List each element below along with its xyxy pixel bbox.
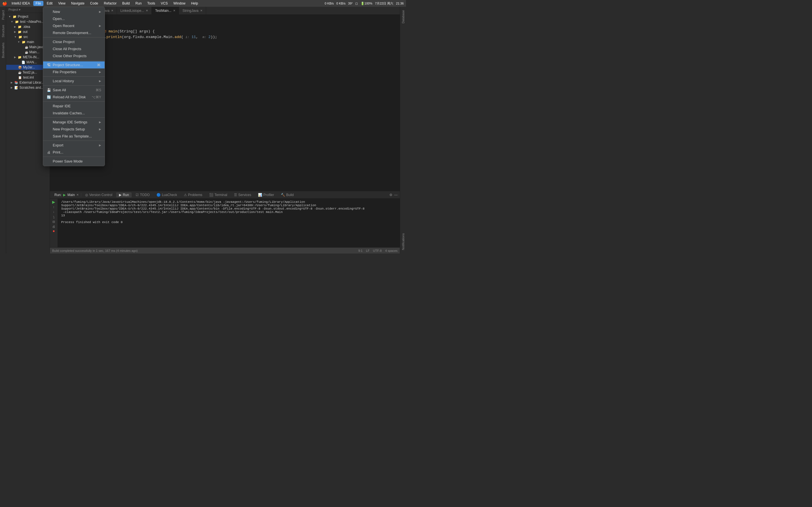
menubar-code[interactable]: Code [88, 1, 101, 6]
filter-icon[interactable]: ⊟ [52, 220, 55, 224]
menu-item-repair-ide[interactable]: Repair IDE [43, 103, 105, 110]
project-structure-icon: 🏗 [47, 63, 51, 67]
tab-close-icon[interactable]: ✕ [111, 9, 113, 12]
menu-item-file-properties[interactable]: File Properties ▶ [43, 68, 105, 75]
problems-icon: ⚠ [184, 193, 187, 197]
menubar-view[interactable]: View [56, 1, 68, 6]
menu-item-open-recent[interactable]: Open Recent ▶ [43, 22, 105, 29]
menu-item-close-other-projects[interactable]: Close Other Projects [43, 52, 105, 59]
minimize-panel-icon[interactable]: — [394, 193, 398, 197]
project-tab-vertical[interactable]: Project [1, 8, 5, 22]
menu-item-export[interactable]: Export ▶ [43, 142, 105, 149]
tree-item-label: External Librar... [19, 80, 44, 84]
encoding[interactable]: UTF-8 [373, 249, 382, 252]
folder-icon: 📝 [14, 86, 18, 90]
menubar-tools[interactable]: Tools [145, 1, 157, 6]
tab-run[interactable]: ▶ Run [116, 192, 132, 198]
menu-separator [43, 117, 105, 118]
tab-close-icon[interactable]: ✕ [173, 9, 175, 12]
file-menu-dropdown: New ▶ Open... Open Recent ▶ Remote Devel… [43, 7, 105, 166]
notifications-tab-vertical[interactable]: Notifications [401, 231, 405, 252]
run-button[interactable]: ▶ [52, 200, 55, 204]
tab-terminal[interactable]: ⬛ Terminal [206, 192, 230, 198]
stop-icon[interactable]: ■ [53, 229, 55, 233]
settings-icon[interactable]: ⚙ [389, 193, 393, 197]
line-separator[interactable]: LF [366, 249, 370, 252]
output-line: 13 [61, 214, 396, 217]
menubar-file[interactable]: File [33, 1, 43, 6]
menubar-edit[interactable]: Edit [45, 1, 55, 6]
menu-item-new-projects-setup[interactable]: New Projects Setup ▶ [43, 126, 105, 133]
menu-item-save-all[interactable]: 💾 Save All ⌘S [43, 87, 105, 94]
tab-linkedlist[interactable]: LinkedListope... ✕ [117, 7, 152, 15]
shortcut-label: ⌘; [97, 63, 101, 67]
wrap-icon[interactable]: ⤵ [53, 216, 55, 219]
menubar-refactor[interactable]: Refactor [101, 1, 119, 6]
tab-services[interactable]: ☰ Services [231, 192, 254, 198]
menu-item-local-history[interactable]: Local History ▶ [43, 77, 105, 84]
menu-item-new[interactable]: New ▶ [43, 8, 105, 15]
menu-item-close-all-projects[interactable]: Close All Projects [43, 45, 105, 52]
submenu-arrow-icon: ▶ [99, 10, 101, 13]
shortcut-label: ⌘S [96, 88, 101, 92]
menu-item-close-project[interactable]: Close Project [43, 38, 105, 45]
bookmarks-tab-vertical[interactable]: Bookmarks [1, 40, 5, 60]
menubar-run[interactable]: Run [133, 1, 144, 6]
menu-item-reload[interactable]: 🔄 Reload All from Disk ⌥⌘Y [43, 94, 105, 101]
folder-icon: 📁 [18, 30, 22, 34]
menu-item-project-structure[interactable]: 🏗 Project Structure... ⌘; [43, 61, 105, 68]
menu-item-print[interactable]: 🖨 Print... [43, 149, 105, 156]
menu-item-manage-ide[interactable]: Manage IDE Settings ▶ [43, 119, 105, 126]
menubar-help[interactable]: Help [189, 1, 200, 6]
tree-item-label: MAN... [27, 60, 37, 64]
tab-problems[interactable]: ⚠ Problems [181, 192, 205, 198]
menu-item-label: Invalidate Caches... [53, 111, 101, 115]
menu-item-open[interactable]: Open... [43, 15, 105, 22]
tree-item-label: Test2.ja... [22, 70, 37, 74]
database-tab-vertical[interactable]: Database [401, 8, 405, 25]
indent-setting[interactable]: 4 spaces [385, 249, 398, 252]
tab-profiler[interactable]: 📊 Profiler [255, 192, 277, 198]
tab-close-icon[interactable]: ✕ [200, 9, 202, 12]
menubar-vcs[interactable]: VCS [158, 1, 170, 6]
menu-item-invalidate-caches[interactable]: Invalidate Caches... [43, 110, 105, 117]
scroll-down-icon[interactable]: ↓ [53, 210, 55, 213]
tree-item-label: test ~/IdeaPro... [20, 20, 44, 24]
menubar-intellij[interactable]: IntelliJ IDEA [9, 1, 32, 6]
cursor-position[interactable]: 9:1 [358, 249, 363, 252]
folder-icon: 📁 [18, 25, 22, 29]
output-line: Support/JetBrains/Toolbox/apps/IDEA-U/ch… [61, 207, 396, 210]
tab-label: Services [238, 193, 251, 197]
tab-version-control[interactable]: ◎ Version Control [82, 192, 115, 198]
tab-luacheck[interactable]: 🔵 LuaCheck [154, 192, 180, 198]
submenu-arrow-icon: ▶ [99, 70, 101, 73]
structure-tab-vertical[interactable]: Structure [1, 22, 5, 40]
menubar-window[interactable]: Window [171, 1, 188, 6]
menu-item-power-save[interactable]: Power Save Mode [43, 158, 105, 165]
scroll-up-icon[interactable]: ↑ [53, 205, 55, 209]
output-line: -classpath /Users/fuming/IdeaProjects/te… [61, 210, 396, 214]
build-icon: 🔨 [281, 193, 285, 197]
tab-label: Build [286, 193, 294, 197]
tab-testmain[interactable]: TestMain... ✕ [152, 7, 179, 15]
menu-item-label: New [53, 10, 97, 14]
tree-item-label: out [23, 30, 28, 34]
menu-item-remote-dev[interactable]: Remote Development... [43, 29, 105, 36]
tab-build[interactable]: 🔨 Build [278, 192, 297, 198]
menubar-navigate[interactable]: Navigate [69, 1, 87, 6]
folder-icon: 📚 [14, 81, 18, 84]
tab-label: Version Control [89, 193, 112, 197]
folder-icon: 📁 [13, 15, 17, 18]
menu-item-save-template[interactable]: Save File as Template... [43, 133, 105, 140]
print-icon[interactable]: 🖨 [52, 225, 55, 228]
menubar-build[interactable]: Build [120, 1, 132, 6]
tab-todo[interactable]: ☑ TODO [133, 192, 152, 198]
tree-item-label: main [27, 40, 34, 44]
tab-close-icon[interactable]: ✕ [146, 9, 148, 12]
run-name: ▶ [63, 193, 66, 197]
tab-string[interactable]: StringJava ✕ [179, 7, 206, 15]
run-close[interactable]: ✕ [77, 193, 79, 196]
apple-menu[interactable]: 🍎 [2, 1, 7, 6]
file-icon: 📄 [21, 61, 26, 64]
menu-item-label: Local History [53, 79, 97, 83]
